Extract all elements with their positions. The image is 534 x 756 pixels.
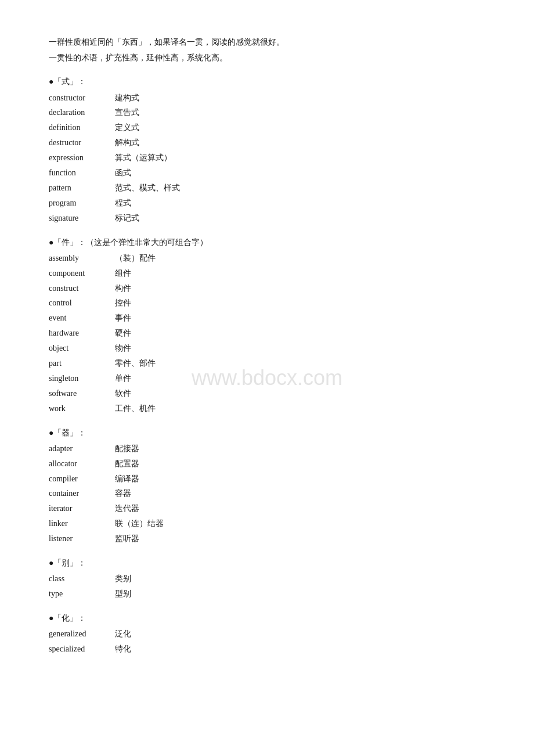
- term-row: type 型别: [49, 586, 485, 602]
- term-zh: 范式、模式、样式: [113, 181, 180, 196]
- term-list-bie: class 类别type 型别: [49, 571, 485, 602]
- term-en: work: [49, 401, 113, 416]
- section-header-qi: ●「器」：: [49, 426, 485, 440]
- term-row: event 事件: [49, 311, 485, 326]
- term-en: declaration: [49, 105, 113, 120]
- term-row: software 软件: [49, 386, 485, 401]
- term-zh: 程式: [113, 196, 131, 211]
- section-shi: ●「式」：constructor 建构式declaration 宣告式defin…: [49, 74, 485, 225]
- section-hua: ●「化」：generalized 泛化specialized 特化: [49, 611, 485, 657]
- term-en: part: [49, 356, 113, 371]
- term-row: signature 标记式: [49, 211, 485, 226]
- term-en: control: [49, 296, 113, 311]
- section-header-hua: ●「化」：: [49, 611, 485, 625]
- term-zh: 单件: [113, 371, 131, 386]
- term-list-qi: adapter 配接器allocator 配置器compiler 编译器cont…: [49, 441, 485, 546]
- term-row: component 组件: [49, 266, 485, 281]
- term-en: class: [49, 571, 113, 586]
- term-zh: 联（连）结器: [113, 516, 164, 531]
- term-zh: 算式（运算式）: [113, 150, 172, 165]
- term-zh: （装）配件: [113, 251, 156, 266]
- term-zh: 类别: [113, 571, 131, 586]
- term-en: object: [49, 341, 113, 356]
- term-en: assembly: [49, 251, 113, 266]
- term-en: generalized: [49, 627, 113, 642]
- section-qi: ●「器」：adapter 配接器allocator 配置器compiler 编译…: [49, 426, 485, 546]
- term-row: constructor 建构式: [49, 91, 485, 106]
- term-en: linker: [49, 516, 113, 531]
- term-en: component: [49, 266, 113, 281]
- sections-container: ●「式」：constructor 建构式declaration 宣告式defin…: [49, 74, 485, 657]
- term-zh: 函式: [113, 165, 131, 181]
- term-zh: 容器: [113, 486, 131, 501]
- term-zh: 标记式: [113, 211, 139, 226]
- term-en: signature: [49, 211, 113, 226]
- term-list-shi: constructor 建构式declaration 宣告式definition…: [49, 91, 485, 226]
- section-header-jian: ●「件」：（这是个弹性非常大的可组合字）: [49, 235, 485, 250]
- term-zh: 控件: [113, 296, 131, 311]
- section-header-shi: ●「式」：: [49, 74, 485, 89]
- term-row: container 容器: [49, 486, 485, 501]
- term-row: class 类别: [49, 571, 485, 586]
- term-row: definition 定义式: [49, 120, 485, 135]
- term-row: program 程式: [49, 196, 485, 211]
- term-en: event: [49, 311, 113, 326]
- term-en: compiler: [49, 471, 113, 487]
- term-row: compiler 编译器: [49, 471, 485, 487]
- main-content: 一群性质相近同的「东西」，如果译名一贯，阅读的感觉就很好。 一贯性的术语，扩充性…: [49, 35, 485, 657]
- term-zh: 事件: [113, 311, 131, 326]
- term-en: adapter: [49, 441, 113, 456]
- term-zh: 配接器: [113, 441, 139, 456]
- term-en: type: [49, 586, 113, 602]
- term-row: declaration 宣告式: [49, 105, 485, 120]
- term-row: listener 监听器: [49, 531, 485, 546]
- term-zh: 零件、部件: [113, 356, 156, 371]
- term-row: destructor 解构式: [49, 135, 485, 150]
- term-row: control 控件: [49, 296, 485, 311]
- term-zh: 特化: [113, 642, 131, 657]
- term-en: constructor: [49, 91, 113, 106]
- term-row: pattern 范式、模式、样式: [49, 181, 485, 196]
- term-zh: 泛化: [113, 627, 131, 642]
- term-en: program: [49, 196, 113, 211]
- term-en: container: [49, 486, 113, 501]
- term-zh: 编译器: [113, 471, 139, 487]
- term-en: pattern: [49, 181, 113, 196]
- term-zh: 软件: [113, 386, 131, 401]
- term-zh: 工件、机件: [113, 401, 156, 416]
- term-row: part 零件、部件: [49, 356, 485, 371]
- term-row: assembly （装）配件: [49, 251, 485, 266]
- term-en: listener: [49, 531, 113, 546]
- term-row: function 函式: [49, 165, 485, 181]
- term-zh: 组件: [113, 266, 131, 281]
- term-en: specialized: [49, 642, 113, 657]
- term-zh: 宣告式: [113, 105, 139, 120]
- term-row: expression 算式（运算式）: [49, 150, 485, 165]
- term-row: object 物件: [49, 341, 485, 356]
- term-en: singleton: [49, 371, 113, 386]
- term-zh: 硬件: [113, 326, 131, 341]
- term-list-jian: assembly （装）配件component 组件construct 构件co…: [49, 251, 485, 416]
- term-en: destructor: [49, 135, 113, 150]
- term-row: hardware 硬件: [49, 326, 485, 341]
- term-en: hardware: [49, 326, 113, 341]
- term-row: linker 联（连）结器: [49, 516, 485, 531]
- section-bie: ●「别」：class 类别type 型别: [49, 556, 485, 602]
- term-row: generalized 泛化: [49, 627, 485, 642]
- term-en: definition: [49, 120, 113, 135]
- term-row: iterator 迭代器: [49, 501, 485, 516]
- term-en: function: [49, 165, 113, 181]
- term-row: construct 构件: [49, 281, 485, 296]
- term-zh: 型别: [113, 586, 131, 602]
- term-zh: 建构式: [113, 91, 139, 106]
- term-zh: 构件: [113, 281, 131, 296]
- term-en: software: [49, 386, 113, 401]
- term-row: work 工件、机件: [49, 401, 485, 416]
- term-en: construct: [49, 281, 113, 296]
- term-zh: 定义式: [113, 120, 139, 135]
- intro-line-2: 一贯性的术语，扩充性高，延伸性高，系统化高。: [49, 51, 485, 65]
- term-row: allocator 配置器: [49, 456, 485, 471]
- term-row: singleton 单件: [49, 371, 485, 386]
- term-en: expression: [49, 150, 113, 165]
- section-header-bie: ●「别」：: [49, 556, 485, 570]
